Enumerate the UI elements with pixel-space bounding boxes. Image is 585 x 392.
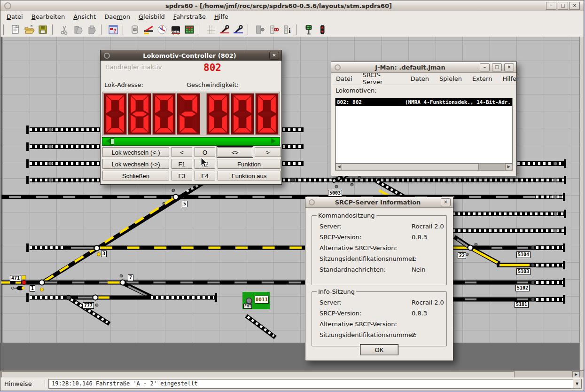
status-dropdown-arrow[interactable]: ▼ [573,379,581,389]
controller-button->[interactable]: > [255,147,281,157]
signal-red-icon[interactable] [316,24,328,36]
maximize-button[interactable]: □ [558,2,568,10]
srcp-section-title: Kommandositzung [317,212,376,219]
status-message-field[interactable]: 19:28:10.146 Fahrstraße 'A - 2' eingeste… [48,379,582,389]
jman-minimize-button[interactable]: – [480,63,490,71]
controller-button-funktion-aus[interactable]: Funktion aus [218,171,281,180]
save-file-icon[interactable] [36,24,49,36]
slider-right-arrow-icon[interactable] [271,138,279,144]
jman-menu-spielen[interactable]: Spielen [439,75,462,82]
controller-window-icon [104,53,110,59]
controller-close-button[interactable]: ✕ [269,52,279,60]
fht-label: FHT [243,304,252,309]
track-label-22: 22 [458,252,466,259]
daemon-properties-icon[interactable]: ? [107,24,119,36]
track-label-5104: 5104 [516,251,530,258]
seven-seg-digit [255,93,279,135]
slider-left-arrow-icon[interactable] [103,138,111,144]
jman-scroll-thumb[interactable] [342,164,479,170]
controller-titlebar[interactable]: Lokomotiv-Controller (802) ✕ [101,50,281,61]
hscroll-right-arrow[interactable]: ▶ [572,371,580,378]
jman-loco-row[interactable]: 802: 802(NMRA 4-Funktionsdek., 14-Bit-Ad… [335,98,512,106]
edit-route-red-icon[interactable] [218,24,231,36]
srcp-titlebar[interactable]: SRCP-Server Information × [305,197,453,208]
turnout-icon[interactable] [142,24,155,36]
track-label-5103: 5103 [516,268,530,275]
close-button[interactable]: × [569,2,580,10]
menu-datei[interactable]: Datei [2,12,27,22]
control-panel-icon[interactable] [253,24,266,36]
edit-route-blue-icon[interactable] [232,24,244,36]
srcp-info-row: SRCP-Version:0.8.3 [320,232,446,243]
menu-bearbeiten[interactable]: Bearbeiten [27,12,69,22]
jman-maximize-button[interactable]: □ [492,63,502,71]
open-file-icon[interactable] [23,24,35,36]
controller-button-o[interactable]: O [195,147,215,157]
controller-button-f4[interactable]: F4 [195,171,215,180]
toolbar: ?2317i [0,23,584,37]
grid-icon[interactable] [204,24,217,36]
menu-gleisbild[interactable]: Gleisbild [134,12,169,22]
jman-loco-list[interactable]: 802: 802(NMRA 4-Funktionsdek., 14-Bit-Ad… [335,98,513,164]
controller-button-lok-wechseln->-[interactable]: Lok wechseln (->) [102,159,169,169]
vertical-scrollbar[interactable] [579,37,584,370]
new-file-icon[interactable] [9,24,22,36]
srcp-info-row: Alternative SRCP-Version: [320,319,446,329]
controller-button-lok-wechseln-<-[interactable]: Lok wechseln (<-) [102,147,169,157]
jman-menu-hilfe[interactable]: Hilfe [502,75,516,82]
srcp-close-button[interactable]: × [441,198,451,206]
speed-label: Geschwindigkeit: [187,81,239,88]
slider-handle[interactable] [110,138,114,145]
srcp-window-icon [309,199,315,205]
toolbar-separator [296,24,299,35]
menu-fahrstraße[interactable]: Fahrstraße [169,12,210,22]
jman-menu-srcp-server[interactable]: SRCP-Server [363,71,400,86]
cut-icon[interactable] [58,24,70,36]
horizontal-scrollbar[interactable]: ▶ [0,370,584,378]
controller-button-funktion[interactable]: Funktion [218,159,281,169]
clock-icon[interactable] [156,24,168,36]
controller-button-f3[interactable]: F3 [172,171,192,180]
canvas-outside-area [0,343,580,370]
decoupler-icon[interactable] [267,24,280,36]
speed-digits [206,93,279,135]
led-panel-icon[interactable] [183,24,195,36]
jman-hscrollbar[interactable]: ◀ ▶ [335,163,513,171]
srcp-section-title: Info-Sitzung [317,288,356,295]
jman-window-icon [335,64,341,71]
svg-text:?: ? [113,28,117,34]
fht-block[interactable]: FHT 0011 [242,292,270,309]
jman-window: J-Man: .default.jman – □ × DateiSRCP-Ser… [331,62,517,176]
menu-hilfe[interactable]: Hilfe [210,12,233,22]
controller-button-schlie-en[interactable]: Schließen [102,171,169,180]
window-titlebar[interactable]: spdrs60 - [/home/jmf/roc/srcp/spdrs60-0.… [0,0,584,11]
menu-daemon[interactable]: Daemon [100,12,134,22]
menu-ansicht[interactable]: Ansicht [69,12,100,22]
jman-menu-daten[interactable]: Daten [411,75,429,82]
jman-titlebar[interactable]: J-Man: .default.jman – □ × [331,62,516,73]
controller-button-f1[interactable]: F1 [172,159,192,169]
seven-segment-display [102,92,280,136]
handregler-status: Handregler inaktiv [105,63,162,71]
hscroll-thumb[interactable] [1,371,515,378]
handheld-controller-icon[interactable] [128,24,141,36]
paste-icon[interactable] [85,24,98,36]
controller-button-<>[interactable]: <> [218,147,252,157]
info-icon[interactable]: i [281,24,293,36]
speed-slider[interactable] [102,137,280,146]
minimize-button[interactable]: – [546,2,556,10]
jman-menu-extern[interactable]: Extern [472,75,492,82]
locomotive-icon[interactable]: 2317 [169,24,182,36]
controller-button-<[interactable]: < [172,147,192,157]
status-label: Hinweise [0,380,46,387]
controller-button-f2[interactable]: F2 [195,159,215,169]
jman-scroll-right-arrow[interactable]: ▶ [505,164,512,170]
signal-green-icon[interactable] [302,24,315,36]
srcp-info-row: SRCP-Version:0.8.3 [320,308,446,319]
copy-icon[interactable] [71,24,84,36]
track-label-7: 7 [128,274,133,281]
ok-button[interactable]: OK [360,344,398,355]
track-label-471: 471 [10,275,21,282]
jman-menu-datei[interactable]: Datei [336,75,352,82]
jman-close-button[interactable]: × [504,63,514,71]
